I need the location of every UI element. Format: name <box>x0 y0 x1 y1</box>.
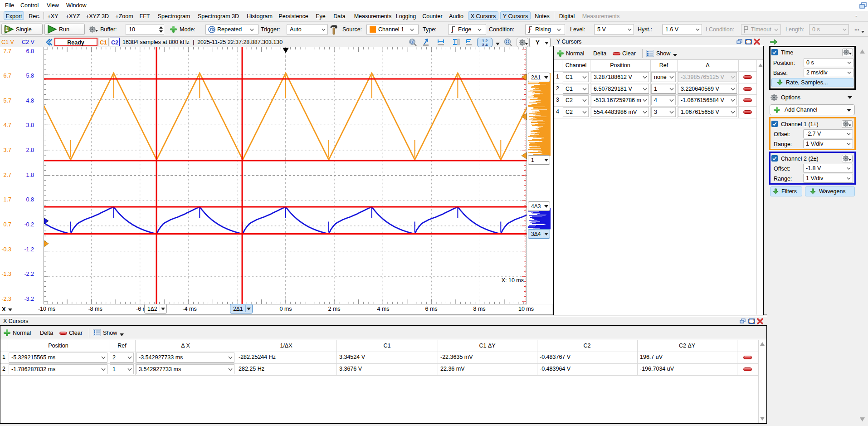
svg-text:X: 10 ms: X: 10 ms <box>502 277 524 284</box>
svg-text:1: 1 <box>411 40 414 44</box>
svg-text:1: 1 <box>5 27 8 32</box>
